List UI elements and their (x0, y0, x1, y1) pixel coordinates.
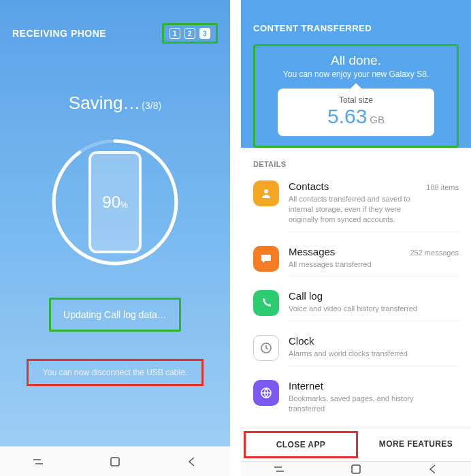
item-sub: All messages transferred (289, 259, 432, 270)
saving-count: (3/8) (142, 100, 161, 111)
item-title: Contacts (289, 180, 329, 192)
item-sub: All contacts transferred and saved to in… (289, 194, 432, 225)
progress-circle: 90% (47, 134, 183, 270)
step-indicator: 1 2 3 (162, 23, 218, 44)
close-app-highlight: CLOSE APP (244, 431, 358, 458)
recents-icon[interactable] (272, 462, 287, 476)
svg-rect-2 (111, 458, 119, 466)
clock-icon (253, 335, 279, 361)
nav-bar (0, 446, 230, 476)
details-section: DETAILS Contacts 188 items All contacts … (241, 148, 471, 428)
back-icon[interactable] (425, 462, 440, 476)
step-3: 3 (199, 28, 210, 39)
recents-icon[interactable] (31, 454, 46, 469)
phone-icon: 90% (88, 151, 142, 253)
step-1: 1 (169, 28, 180, 39)
item-title: Clock (289, 335, 314, 347)
details-label: DETAILS (241, 155, 471, 174)
item-sub: Bookmarks, saved pages, and history tran… (289, 394, 432, 414)
messages-icon (253, 246, 279, 272)
update-status: Updating Call log data… (49, 298, 181, 332)
item-sub: Voice and video call history transferred (289, 304, 432, 314)
item-meta: 188 items (426, 183, 459, 191)
done-heading: All done. (263, 53, 449, 68)
receiving-screen: RECEIVING PHONE 1 2 3 Saving…(3/8) 90% U… (0, 0, 230, 476)
item-title: Messages (289, 246, 335, 257)
contacts-icon (253, 180, 279, 206)
size-value: 5.63 (327, 105, 367, 127)
svg-point-3 (264, 189, 268, 193)
transferred-title: CONTENT TRANSFERRED (253, 23, 459, 33)
receiving-title: RECEIVING PHONE (12, 28, 106, 39)
list-item[interactable]: Internet Bookmarks, saved pages, and his… (241, 373, 471, 428)
calllog-icon (253, 290, 279, 316)
home-icon[interactable] (108, 454, 123, 469)
close-app-button[interactable]: CLOSE APP (246, 433, 356, 456)
nav-bar (241, 461, 471, 476)
item-meta: 252 messages (410, 249, 459, 257)
internet-icon (253, 380, 279, 406)
svg-rect-6 (352, 465, 360, 473)
size-label: Total size (290, 95, 422, 105)
disconnect-message: You can now disconnect the USB cable. (27, 359, 204, 386)
completed-screen: CONTENT TRANSFERRED All done. You can no… (241, 0, 471, 476)
back-icon[interactable] (184, 454, 199, 469)
size-card: Total size 5.63GB (278, 89, 434, 136)
done-summary: All done. You can now enjoy your new Gal… (253, 44, 459, 148)
done-subtitle: You can now enjoy your new Galaxy S8. (263, 69, 449, 79)
list-item[interactable]: Messages 252 messages All messages trans… (241, 239, 471, 284)
list-item[interactable]: Clock Alarms and world clocks transferre… (241, 328, 471, 373)
progress-percent: 90% (102, 193, 127, 212)
bottom-actions: CLOSE APP MORE FEATURES (241, 428, 471, 461)
size-unit: GB (370, 114, 385, 125)
saving-status: Saving…(3/8) (0, 93, 230, 114)
more-features-button[interactable]: MORE FEATURES (361, 428, 471, 461)
item-title: Internet (289, 380, 323, 392)
home-icon[interactable] (348, 462, 363, 476)
item-title: Call log (289, 290, 323, 302)
step-2: 2 (184, 28, 195, 39)
saving-label: Saving… (69, 93, 141, 113)
item-sub: Alarms and world clocks transferred (289, 349, 432, 359)
list-item[interactable]: Contacts 188 items All contacts transfer… (241, 174, 471, 239)
list-item[interactable]: Call log Voice and video call history tr… (241, 283, 471, 328)
